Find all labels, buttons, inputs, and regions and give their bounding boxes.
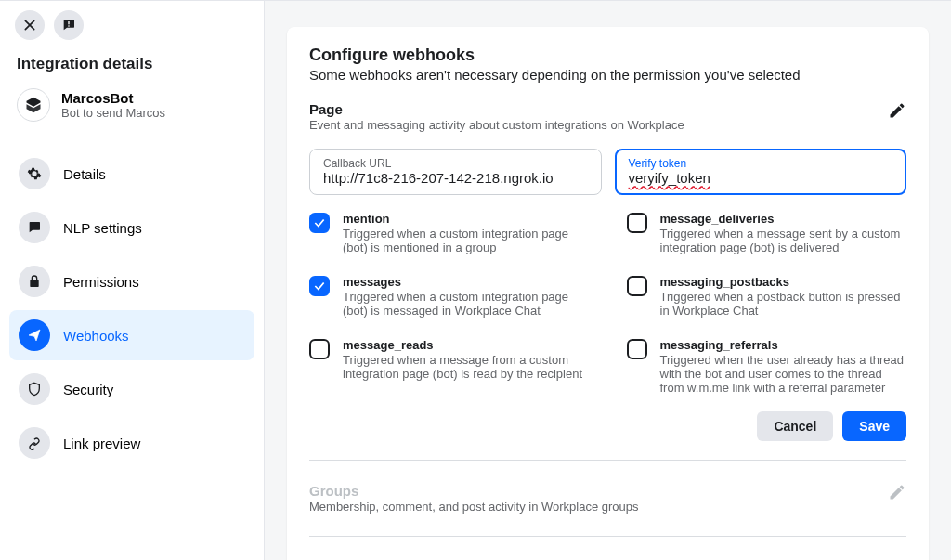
pencil-icon[interactable] <box>888 483 906 501</box>
events-grid: mention Triggered when a custom integrat… <box>309 212 906 395</box>
callback-label: Callback URL <box>323 157 588 170</box>
svg-rect-1 <box>68 25 69 26</box>
main-content: Configure webhooks Some webhooks aren't … <box>265 0 951 560</box>
groups-section-title: Groups <box>309 483 639 499</box>
sidebar-heading: Integration details <box>0 49 264 88</box>
page-section-desc: Event and messaging activity about custo… <box>309 118 684 132</box>
event-mention: mention Triggered when a custom integrat… <box>309 212 590 254</box>
svg-rect-0 <box>68 21 69 24</box>
inputs-row: Callback URL Verify token veryify_token <box>309 149 906 195</box>
page-section-header: Page Event and messaging activity about … <box>309 101 906 132</box>
event-title: messages <box>343 275 590 289</box>
checkbox-messaging-referrals[interactable] <box>627 339 647 359</box>
event-desc: Triggered when a postback button is pres… <box>660 290 907 318</box>
event-message-deliveries: message_deliveries Triggered when a mess… <box>627 212 907 254</box>
checkbox-messaging-postbacks[interactable] <box>627 276 647 296</box>
cancel-button[interactable]: Cancel <box>757 411 833 441</box>
sidebar-item-label: Permissions <box>63 274 139 290</box>
event-messaging-postbacks: messaging_postbacks Triggered when a pos… <box>627 275 907 318</box>
sidebar-item-nlp-settings[interactable]: NLP settings <box>9 202 254 253</box>
sidebar-top-icons <box>0 1 264 49</box>
checkbox-mention[interactable] <box>309 213 330 233</box>
link-icon <box>19 427 50 459</box>
gear-icon <box>19 158 50 189</box>
sidebar-item-details[interactable]: Details <box>9 149 254 199</box>
event-title: messaging_postbacks <box>660 275 907 289</box>
event-desc: Triggered when a custom integration page… <box>343 227 590 254</box>
event-desc: Triggered when a custom integration page… <box>343 290 590 318</box>
lock-icon <box>19 266 50 297</box>
event-messages: messages Triggered when a custom integra… <box>309 275 590 318</box>
sidebar-item-label: Webhooks <box>63 328 129 344</box>
page-section-title: Page <box>309 101 684 117</box>
action-buttons: Cancel Save <box>309 411 906 441</box>
verify-token-input[interactable]: veryify_token <box>629 170 710 186</box>
event-message-reads: message_reads Triggered when a message f… <box>309 338 590 395</box>
page-subtitle: Some webhooks aren't necessary depending… <box>309 67 906 83</box>
verify-label: Verify token <box>629 157 893 170</box>
callback-url-input[interactable] <box>323 170 588 186</box>
sidebar: Integration details MarcosBot Bot to sen… <box>0 0 265 560</box>
verify-token-field[interactable]: Verify token veryify_token <box>615 149 907 195</box>
sidebar-item-label: Details <box>63 166 106 182</box>
bot-info: MarcosBot Bot to send Marcos <box>0 88 264 137</box>
pencil-icon[interactable] <box>888 101 906 120</box>
groups-section-desc: Membership, comment, and post activity i… <box>309 500 639 514</box>
divider <box>309 460 906 461</box>
bot-name: MarcosBot <box>61 90 165 106</box>
sidebar-item-security[interactable]: Security <box>9 364 254 414</box>
groups-section-header: Groups Membership, comment, and post act… <box>309 483 906 514</box>
report-icon[interactable] <box>54 10 84 40</box>
save-button[interactable]: Save <box>842 411 906 441</box>
checkbox-messages[interactable] <box>309 276 330 296</box>
event-title: message_deliveries <box>660 212 907 226</box>
event-messaging-referrals: messaging_referrals Triggered when the u… <box>627 338 907 395</box>
sidebar-nav: Details NLP settings Permissions Webhook… <box>0 137 264 479</box>
sidebar-item-label: Link preview <box>63 436 140 451</box>
bot-subtitle: Bot to send Marcos <box>61 106 165 120</box>
event-desc: Triggered when the user already has a th… <box>660 353 907 395</box>
event-title: messaging_referrals <box>660 338 907 352</box>
checkbox-message-reads[interactable] <box>309 339 330 359</box>
sidebar-item-webhooks[interactable]: Webhooks <box>9 310 254 360</box>
sidebar-item-permissions[interactable]: Permissions <box>9 256 254 306</box>
shield-icon <box>19 373 50 405</box>
sidebar-item-label: Security <box>63 382 113 397</box>
chat-icon <box>19 212 50 243</box>
callback-url-field[interactable]: Callback URL <box>309 149 602 195</box>
divider <box>309 536 906 537</box>
page-title: Configure webhooks <box>309 46 906 65</box>
close-icon[interactable] <box>15 10 45 40</box>
send-icon <box>19 319 50 351</box>
event-title: message_reads <box>343 338 590 352</box>
event-desc: Triggered when a message sent by a custo… <box>660 227 907 254</box>
bot-avatar-icon <box>17 88 50 122</box>
sidebar-item-link-preview[interactable]: Link preview <box>9 418 254 468</box>
sidebar-item-label: NLP settings <box>63 220 142 236</box>
webhooks-card: Configure webhooks Some webhooks aren't … <box>287 27 929 560</box>
event-title: mention <box>343 212 590 226</box>
event-desc: Triggered when a message from a custom i… <box>343 353 590 381</box>
checkbox-message-deliveries[interactable] <box>627 213 647 233</box>
